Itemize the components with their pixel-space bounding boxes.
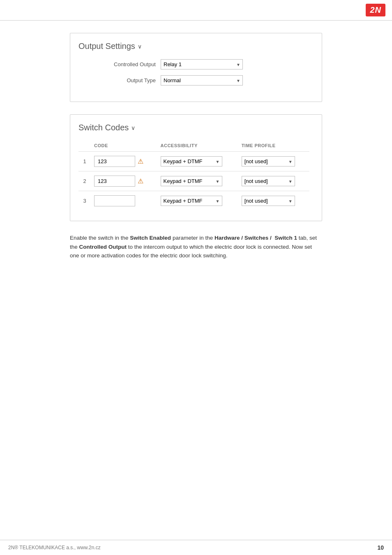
table-row: 1 ⚠ Keypad + DTMF Keypad only DTMF o — [78, 152, 309, 171]
row-1-accessibility-select-wrapper: Keypad + DTMF Keypad only DTMF only ▼ — [161, 156, 222, 166]
desc-bold-2: Hardware / Switches / Switch 1 — [214, 235, 297, 241]
top-bar: 2N — [0, 0, 392, 21]
output-settings-chevron[interactable]: ∨ — [138, 43, 142, 50]
output-settings-title-text: Output Settings — [78, 42, 135, 51]
desc-bold-3: Controlled Output — [79, 244, 127, 250]
switch-codes-table: CODE ACCESSIBILITY TIME PROFILE 1 ⚠ — [78, 141, 309, 210]
footer-company: 2N® TELEKOMUNIKACE a.s., www.2n.cz — [8, 545, 101, 550]
row-2-code-input[interactable] — [94, 176, 135, 187]
row-3-accessibility-select-wrapper: Keypad + DTMF Keypad only DTMF only ▼ — [161, 196, 222, 206]
row-1-code-input-cell: ⚠ — [94, 156, 154, 167]
table-row: 3 Keypad + DTMF Keypad only DTMF only — [78, 191, 309, 211]
description-text: Enable the switch in the Switch Enabled … — [70, 234, 322, 260]
row-2-time-profile-cell: [not used] Profile 1 Profile 2 ▼ — [238, 171, 309, 191]
row-1-time-profile-cell: [not used] Profile 1 Profile 2 ▼ — [238, 152, 309, 171]
row-2-accessibility-select[interactable]: Keypad + DTMF Keypad only DTMF only — [161, 176, 222, 186]
row-num-2: 2 — [78, 171, 91, 191]
row-2-time-profile-select-wrapper: [not used] Profile 1 Profile 2 ▼ — [242, 176, 295, 186]
col-header-code: CODE — [91, 141, 157, 152]
logo: 2N — [366, 4, 385, 16]
row-2-accessibility-select-wrapper: Keypad + DTMF Keypad only DTMF only ▼ — [161, 176, 222, 186]
table-header-row: CODE ACCESSIBILITY TIME PROFILE — [78, 141, 309, 152]
row-1-time-profile-select[interactable]: [not used] Profile 1 Profile 2 — [242, 156, 295, 166]
controlled-output-row: Controlled Output Relay 1 Relay 2 Output… — [78, 59, 309, 69]
controlled-output-select[interactable]: Relay 1 Relay 2 Output 1 — [161, 59, 243, 69]
row-3-code-input[interactable] — [94, 195, 135, 206]
main-content: Output Settings ∨ Controlled Output Rela… — [0, 21, 392, 281]
output-settings-title: Output Settings ∨ — [78, 42, 309, 51]
col-header-accessibility: ACCESSIBILITY — [157, 141, 238, 152]
row-3-accessibility-cell: Keypad + DTMF Keypad only DTMF only ▼ — [157, 191, 238, 211]
row-1-code-input[interactable] — [94, 156, 135, 167]
footer: 2N® TELEKOMUNIKACE a.s., www.2n.cz 10 — [0, 540, 392, 555]
switch-codes-panel: Switch Codes ∨ CODE ACCESSIBILITY TIME P… — [70, 114, 322, 221]
switch-codes-chevron[interactable]: ∨ — [131, 125, 135, 131]
controlled-output-select-wrapper: Relay 1 Relay 2 Output 1 ▼ — [161, 59, 243, 69]
row-1-accessibility-select[interactable]: Keypad + DTMF Keypad only DTMF only — [161, 156, 222, 166]
output-type-row: Output Type Normal Bistable Monostable ▼ — [78, 75, 309, 86]
output-type-select[interactable]: Normal Bistable Monostable — [161, 75, 243, 86]
row-3-time-profile-select[interactable]: [not used] Profile 1 Profile 2 — [242, 196, 295, 206]
row-1-accessibility-cell: Keypad + DTMF Keypad only DTMF only ▼ — [157, 152, 238, 171]
row-3-accessibility-select[interactable]: Keypad + DTMF Keypad only DTMF only — [161, 196, 222, 206]
output-settings-panel: Output Settings ∨ Controlled Output Rela… — [70, 33, 322, 102]
output-type-label: Output Type — [78, 77, 161, 83]
row-num-1: 1 — [78, 152, 91, 171]
row-2-time-profile-select[interactable]: [not used] Profile 1 Profile 2 — [242, 176, 295, 186]
row-1-warning-icon[interactable]: ⚠ — [138, 157, 143, 165]
row-1-code-cell: ⚠ — [91, 152, 157, 171]
row-num-3: 3 — [78, 191, 91, 211]
table-row: 2 ⚠ Keypad + DTMF Keypad only DTMF o — [78, 171, 309, 191]
row-3-code-cell — [91, 191, 157, 211]
row-2-code-cell: ⚠ — [91, 171, 157, 191]
row-3-code-input-cell — [94, 195, 154, 206]
controlled-output-label: Controlled Output — [78, 61, 161, 67]
row-3-time-profile-select-wrapper: [not used] Profile 1 Profile 2 ▼ — [242, 196, 295, 206]
desc-bold-1: Switch Enabled — [130, 235, 171, 241]
col-header-time-profile: TIME PROFILE — [238, 141, 309, 152]
row-1-time-profile-select-wrapper: [not used] Profile 1 Profile 2 ▼ — [242, 156, 295, 166]
footer-page: 10 — [377, 544, 384, 551]
col-header-num — [78, 141, 91, 152]
switch-codes-title: Switch Codes ∨ — [78, 123, 309, 132]
row-3-time-profile-cell: [not used] Profile 1 Profile 2 ▼ — [238, 191, 309, 211]
row-2-warning-icon[interactable]: ⚠ — [138, 177, 143, 185]
output-type-select-wrapper: Normal Bistable Monostable ▼ — [161, 75, 243, 86]
switch-codes-title-text: Switch Codes — [78, 123, 129, 132]
row-2-accessibility-cell: Keypad + DTMF Keypad only DTMF only ▼ — [157, 171, 238, 191]
row-2-code-input-cell: ⚠ — [94, 176, 154, 187]
